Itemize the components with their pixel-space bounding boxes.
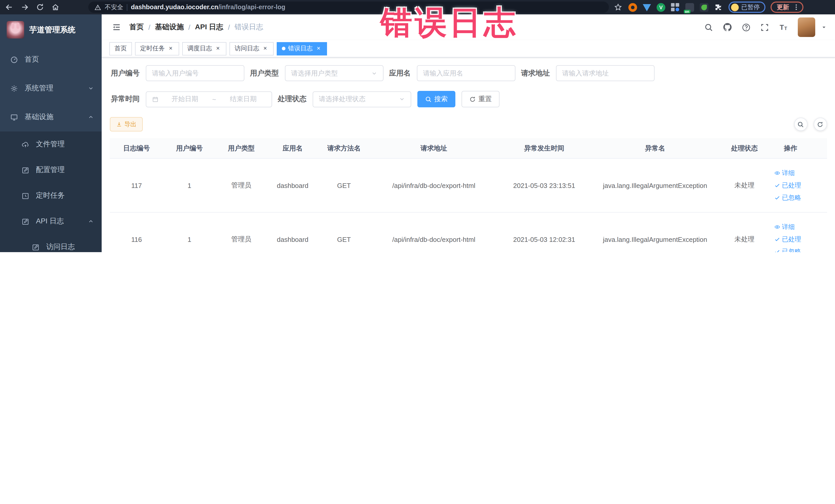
profile-avatar <box>731 3 739 11</box>
search-button[interactable]: 搜索 <box>418 91 455 107</box>
browser-back-icon[interactable] <box>5 3 13 11</box>
search-icon[interactable] <box>704 23 713 32</box>
cell-log-id: 116 <box>110 236 163 243</box>
tab-close-icon[interactable]: × <box>167 45 174 52</box>
check-icon <box>774 182 780 188</box>
reset-button[interactable]: 重置 <box>462 91 500 107</box>
chevron-down-icon <box>399 96 405 102</box>
cloud-upload-icon <box>22 140 29 148</box>
action-processed-link[interactable]: 已处理 <box>774 181 801 190</box>
tags-view: 首页 定时任务× 调度日志× 访问日志× 错误日志× <box>102 40 835 58</box>
app-name-label: 应用名 <box>389 68 411 78</box>
table-search-toggle-button[interactable] <box>794 118 807 131</box>
address-bar[interactable]: 不安全 dashboard.yudao.iocoder.cn/infra/log… <box>88 2 609 13</box>
sidebar-item-api-log[interactable]: API 日志 <box>0 208 102 234</box>
extension-icon[interactable]: V <box>657 3 665 12</box>
export-button[interactable]: 导出 <box>110 117 143 132</box>
tab-close-icon[interactable]: × <box>315 45 322 52</box>
app-name-input[interactable]: 请输入应用名 <box>417 65 515 81</box>
gear-icon <box>10 84 18 92</box>
search-icon <box>425 96 432 102</box>
tab-label: 访问日志 <box>235 44 259 53</box>
action-detail-link[interactable]: 详细 <box>774 169 795 177</box>
main-area: 首页 / 基础设施 / API 日志 / 错误日志 <box>102 14 835 252</box>
extension-icon[interactable] <box>671 3 680 12</box>
breadcrumb-item[interactable]: API 日志 <box>195 23 223 32</box>
navbar: 首页 / 基础设施 / API 日志 / 错误日志 <box>102 14 835 40</box>
breadcrumb-item[interactable]: 基础设施 <box>155 23 184 32</box>
action-ignored-link[interactable]: 已忽略 <box>774 247 801 252</box>
cell-user-type: 管理员 <box>216 235 267 244</box>
table-row: 117 1 管理员 dashboard GET /api/infra/db-do… <box>110 159 827 213</box>
sidebar-item-label: 首页 <box>25 55 39 64</box>
edit-document-icon <box>32 243 40 251</box>
extension-icon[interactable] <box>700 3 709 12</box>
error-log-table: 日志编号 用户编号 用户类型 应用名 请求方法名 请求地址 异常发生时间 异常名… <box>110 138 827 252</box>
hamburger-icon[interactable] <box>112 23 121 32</box>
bookmark-star-icon[interactable] <box>614 3 622 11</box>
sidebar-item-file-management[interactable]: 文件管理 <box>0 132 102 157</box>
sidebar-item-home[interactable]: 首页 <box>0 45 102 74</box>
sidebar-item-system-management[interactable]: 系统管理 <box>0 74 102 103</box>
update-label: 更新 <box>777 3 789 12</box>
sidebar-item-infrastructure[interactable]: 基础设施 <box>0 103 102 132</box>
column-header: 用户类型 <box>216 143 267 153</box>
sidebar-item-label: 访问日志 <box>46 242 75 251</box>
sidebar-item-access-log[interactable]: 访问日志 <box>0 234 102 252</box>
sidebar-item-scheduled-tasks[interactable]: 定时任务 <box>0 183 102 208</box>
github-icon[interactable] <box>722 23 732 32</box>
sidebar-item-label: 系统管理 <box>25 84 54 93</box>
sidebar-item-label: 基础设施 <box>25 113 54 122</box>
tab-error-log[interactable]: 错误日志× <box>277 42 327 55</box>
date-range-input[interactable]: 开始日期 ~ 结束日期 <box>146 91 272 107</box>
tab-close-icon[interactable]: × <box>262 45 268 52</box>
tab-label: 调度日志 <box>187 44 212 53</box>
fullscreen-icon[interactable] <box>760 23 769 32</box>
tab-label: 首页 <box>115 44 127 53</box>
timer-icon <box>22 192 29 200</box>
help-icon[interactable] <box>741 23 750 32</box>
dashboard-icon <box>10 56 18 63</box>
tab-access-log[interactable]: 访问日志× <box>229 42 273 55</box>
sidebar-item-config-management[interactable]: 配置管理 <box>0 157 102 183</box>
table-refresh-button[interactable] <box>813 118 827 131</box>
refresh-icon <box>469 96 476 102</box>
tab-label: 错误日志 <box>288 44 313 53</box>
extension-icon[interactable] <box>643 4 651 11</box>
cell-actions: 详细 已处理 已忽略 <box>769 169 812 202</box>
user-type-select[interactable]: 请选择用户类型 <box>285 65 384 81</box>
extension-icon[interactable] <box>628 3 637 12</box>
not-secure-warning-icon <box>95 4 101 11</box>
user-id-input[interactable]: 请输入用户编号 <box>146 65 244 81</box>
tab-close-icon[interactable]: × <box>215 45 221 52</box>
browser-forward-icon[interactable] <box>21 3 29 11</box>
process-status-label: 处理状态 <box>278 95 306 104</box>
action-detail-link[interactable]: 详细 <box>774 223 795 231</box>
extension-icon[interactable]: on <box>685 3 694 12</box>
column-header: 异常名 <box>590 143 720 153</box>
browser-profile-button[interactable]: 已暂停 <box>729 2 766 13</box>
extensions-puzzle-icon[interactable] <box>714 3 722 11</box>
browser-update-menu-button[interactable]: 更新 <box>771 2 803 13</box>
edit-document-icon <box>22 218 29 225</box>
request-url-input[interactable]: 请输入请求地址 <box>556 65 655 81</box>
browser-reload-icon[interactable] <box>36 3 44 11</box>
caret-down-icon[interactable] <box>821 24 827 30</box>
action-processed-link[interactable]: 已处理 <box>774 235 801 244</box>
process-status-select[interactable]: 请选择处理状态 <box>313 91 411 107</box>
action-ignored-link[interactable]: 已忽略 <box>774 193 801 202</box>
user-avatar[interactable] <box>797 18 815 37</box>
chevron-down-icon <box>371 70 377 76</box>
browser-home-icon[interactable] <box>51 3 60 11</box>
font-size-icon[interactable] <box>778 23 788 32</box>
tab-scheduled-tasks[interactable]: 定时任务× <box>135 42 179 55</box>
breadcrumb-item[interactable]: 首页 <box>129 23 144 32</box>
cell-actions: 详细 已处理 已忽略 <box>769 223 812 252</box>
app-logo[interactable]: 芋道管理系统 <box>0 14 102 45</box>
column-header: 异常发生时间 <box>498 143 590 153</box>
tab-schedule-log[interactable]: 调度日志× <box>182 42 226 55</box>
tab-home[interactable]: 首页 <box>109 42 132 55</box>
eye-icon <box>774 224 780 230</box>
monitor-icon <box>10 113 18 121</box>
check-icon <box>774 195 780 201</box>
